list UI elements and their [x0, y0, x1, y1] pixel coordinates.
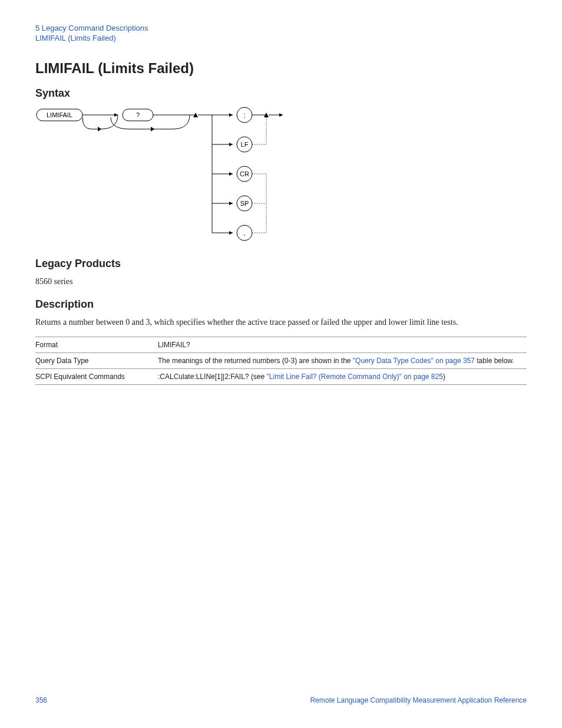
node-semicolon: ;	[243, 111, 245, 118]
row-label: Format	[35, 337, 158, 353]
description-text: Returns a number between 0 and 3, which …	[35, 317, 527, 328]
node-cr: CR	[240, 170, 249, 177]
svg-marker-3	[98, 127, 101, 131]
breadcrumb-chapter: 5 Legacy Command Descriptions	[35, 24, 527, 34]
link-limit-line-fail[interactable]: "Limit Line Fail? (Remote Command Only)"…	[267, 373, 443, 381]
text-prefix: The meanings of the returned numbers (0-…	[158, 357, 353, 365]
section-description: Description	[35, 298, 527, 311]
info-table: Format LIMIFAIL? Query Data Type The mea…	[35, 337, 527, 385]
syntax-diagram: LIMIFAIL ? ; LF CR	[35, 106, 527, 246]
row-value: The meanings of the returned numbers (0-…	[158, 353, 527, 369]
breadcrumb-section: LIMIFAIL (Limits Failed)	[35, 34, 527, 44]
table-row: Query Data Type The meanings of the retu…	[35, 353, 527, 369]
svg-marker-7	[151, 127, 154, 131]
legacy-products-text: 8560 series	[35, 276, 527, 288]
node-limifail: LIMIFAIL	[47, 111, 72, 118]
node-comma: ,	[243, 229, 245, 236]
table-row: SCPI Equivalent Commands :CALCulate:LLIN…	[35, 369, 527, 385]
node-lf: LF	[241, 141, 249, 148]
node-question: ?	[136, 111, 140, 118]
text-suffix: )	[443, 373, 445, 381]
row-label: SCPI Equivalent Commands	[35, 369, 158, 385]
row-value: LIMIFAIL?	[158, 337, 527, 353]
section-syntax: Syntax	[35, 87, 527, 100]
text-prefix: :CALCulate:LLINe[1]|2:FAIL? (see	[158, 373, 267, 381]
link-query-data-codes[interactable]: "Query Data Type Codes" on page 357	[353, 357, 475, 365]
table-row: Format LIMIFAIL?	[35, 337, 527, 353]
section-legacy-products: Legacy Products	[35, 258, 527, 270]
page-title: LIMIFAIL (Limits Failed)	[35, 60, 527, 77]
node-sp: SP	[240, 200, 249, 207]
page-number: 356	[35, 696, 47, 704]
footer-doc-title: Remote Language Compatibility Measuremen…	[310, 696, 527, 704]
row-label: Query Data Type	[35, 353, 158, 369]
footer: 356 Remote Language Compatibility Measur…	[35, 696, 527, 704]
text-suffix: table below.	[475, 357, 514, 365]
row-value: :CALCulate:LLINe[1]|2:FAIL? (see "Limit …	[158, 369, 527, 385]
